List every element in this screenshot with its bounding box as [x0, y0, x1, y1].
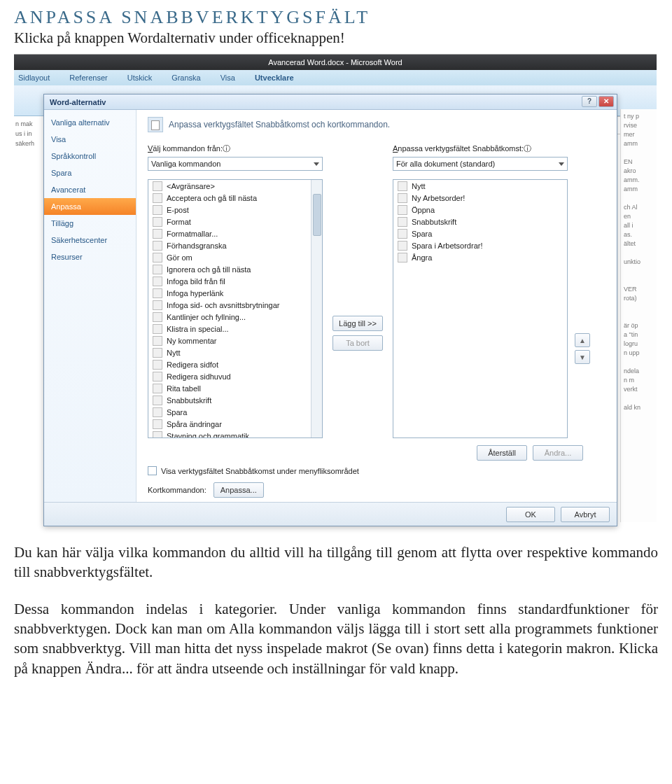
list-item[interactable]: Öppna	[393, 204, 556, 216]
remove-button[interactable]: Ta bort	[332, 335, 383, 351]
command-icon	[153, 396, 162, 405]
nav-item-språkkontroll[interactable]: Språkkontroll	[44, 148, 136, 164]
customize-qat-combo[interactable]: För alla dokument (standard)	[393, 157, 568, 171]
list-item[interactable]: Förhandsgranska	[148, 239, 311, 251]
document-intro: Klicka på knappen Wordalternativ under o…	[14, 29, 658, 47]
body-paragraph-2: Dessa kommandon indelas i kategorier. Un…	[14, 599, 658, 678]
list-item[interactable]: Snabbutskrift	[393, 216, 556, 227]
checkbox-label: Visa verktygsfältet Snabbåtkomst under m…	[161, 467, 359, 475]
list-item[interactable]: Infoga sid- och avsnittsbrytningar	[148, 299, 311, 311]
nav-item-spara[interactable]: Spara	[44, 164, 136, 181]
list-item-label: Gör om	[167, 253, 192, 262]
nav-item-anpassa[interactable]: Anpassa	[44, 198, 136, 215]
list-item-label: Förhandsgranska	[167, 241, 227, 251]
list-item[interactable]: Stavning och grammatik	[148, 430, 311, 438]
list-item[interactable]: Ny kommentar	[148, 335, 311, 346]
ribbon-tab[interactable]: Sidlayout	[18, 74, 50, 82]
list-item[interactable]: Nytt	[148, 346, 311, 358]
peek-line: amm.	[624, 176, 654, 185]
add-button[interactable]: Lägg till >>	[332, 316, 383, 331]
list-item[interactable]: Redigera sidfot	[148, 358, 311, 370]
list-item[interactable]: Ny Arbetsorder!	[393, 192, 556, 204]
command-icon	[153, 419, 162, 429]
customize-shortcuts-button[interactable]: Anpassa...	[214, 482, 264, 498]
peek-line: unktio	[624, 258, 654, 267]
nav-item-resurser[interactable]: Resurser	[44, 248, 136, 265]
ribbon-tab-active[interactable]: Utvecklare	[255, 74, 294, 82]
modify-button[interactable]: Ändra...	[533, 445, 583, 461]
peek-line: ältet	[624, 239, 654, 248]
nav-item-tillägg[interactable]: Tillägg	[44, 215, 136, 232]
help-button[interactable]: ?	[582, 96, 597, 107]
command-icon	[398, 205, 407, 215]
list-item-label: Nytt	[167, 348, 181, 358]
list-item[interactable]: Gör om	[148, 251, 311, 263]
list-item[interactable]: Formatmallar...	[148, 227, 311, 239]
list-item[interactable]: Acceptera och gå till nästa	[148, 192, 311, 204]
ribbon-tab[interactable]: Visa	[220, 74, 235, 82]
list-item-label: Infoga hyperlänk	[167, 288, 223, 298]
command-icon	[153, 265, 162, 274]
list-item[interactable]: Spara	[393, 227, 556, 239]
peek-line	[624, 248, 654, 258]
list-item[interactable]: Format	[148, 216, 311, 227]
list-item[interactable]: Nytt	[393, 180, 556, 192]
peek-line: amm	[624, 139, 654, 148]
list-item[interactable]: Snabbutskrift	[148, 394, 311, 406]
reset-button[interactable]: Återställ	[477, 445, 527, 461]
command-icon	[153, 288, 162, 298]
move-up-button[interactable]: ▲	[575, 333, 590, 347]
nav-item-avancerat[interactable]: Avancerat	[44, 181, 136, 198]
list-item[interactable]: Infoga bild från fil	[148, 275, 311, 287]
move-down-button[interactable]: ▼	[575, 350, 590, 364]
list-item[interactable]: Redigera sidhuvud	[148, 370, 311, 382]
combo-value: Vanliga kommandon	[151, 160, 220, 168]
command-icon	[153, 384, 162, 393]
cancel-button[interactable]: Avbryt	[561, 507, 610, 522]
scrollbar[interactable]	[311, 180, 322, 438]
list-item-label: Öppna	[412, 205, 435, 215]
command-icon	[153, 217, 162, 227]
list-item-label: E-post	[167, 205, 189, 215]
dialog-title-text: Word-alternativ	[50, 98, 106, 106]
list-item-label: <Avgränsare>	[167, 181, 215, 191]
list-item[interactable]: Ångra	[393, 251, 556, 263]
list-item[interactable]: Spara	[148, 406, 311, 418]
list-item[interactable]: Kantlinjer och fyllning...	[148, 311, 311, 323]
command-icon	[153, 312, 162, 322]
choose-commands-combo[interactable]: Vanliga kommandon	[148, 157, 323, 171]
command-icon	[153, 205, 162, 215]
nav-item-säkerhetscenter[interactable]: Säkerhetscenter	[44, 232, 136, 248]
list-item-label: Stavning och grammatik	[167, 431, 249, 438]
peek-line: ndela	[624, 367, 654, 376]
list-item[interactable]: E-post	[148, 204, 311, 216]
peek-line	[624, 303, 654, 312]
list-item[interactable]: Rita tabell	[148, 382, 311, 394]
nav-item-visa[interactable]: Visa	[44, 131, 136, 148]
peek-line: akro	[624, 167, 654, 176]
ribbon-tab[interactable]: Referenser	[69, 74, 107, 82]
ribbon-tab[interactable]: Utskick	[127, 74, 152, 82]
word-titlebar: Avancerad Word.docx - Microsoft Word	[14, 55, 657, 70]
combo-value: För alla dokument (standard)	[396, 160, 495, 168]
list-item[interactable]: Klistra in special...	[148, 323, 311, 335]
list-item-label: Infoga sid- och avsnittsbrytningar	[167, 300, 279, 310]
list-item[interactable]: Ignorera och gå till nästa	[148, 263, 311, 275]
body-paragraph-1: Du kan här välja vilka kommandon du allt…	[14, 542, 658, 582]
ok-button[interactable]: OK	[506, 507, 555, 522]
list-item[interactable]: <Avgränsare>	[148, 180, 311, 192]
command-icon	[153, 193, 162, 203]
peek-line: n upp	[624, 349, 654, 358]
left-commands-listbox[interactable]: <Avgränsare>Acceptera och gå till nästaE…	[148, 179, 323, 438]
close-button[interactable]: ✕	[598, 96, 614, 107]
list-item[interactable]: Infoga hyperlänk	[148, 287, 311, 299]
show-below-ribbon-checkbox[interactable]: Visa verktygsfältet Snabbåtkomst under m…	[148, 466, 608, 475]
nav-item-vanliga-alternativ[interactable]: Vanliga alternativ	[44, 114, 136, 131]
right-commands-listbox[interactable]: NyttNy Arbetsorder!ÖppnaSnabbutskriftSpa…	[393, 179, 568, 438]
gutter-text: n mak	[15, 119, 41, 129]
scrollbar-thumb[interactable]	[313, 194, 321, 236]
list-item[interactable]: Spåra ändringar	[148, 418, 311, 430]
ribbon-tab[interactable]: Granska	[172, 74, 201, 82]
word-options-dialog: Word-alternativ ? ✕ Vanliga alternativVi…	[43, 94, 617, 526]
list-item[interactable]: Spara i Arbetsordrar!	[393, 239, 556, 251]
